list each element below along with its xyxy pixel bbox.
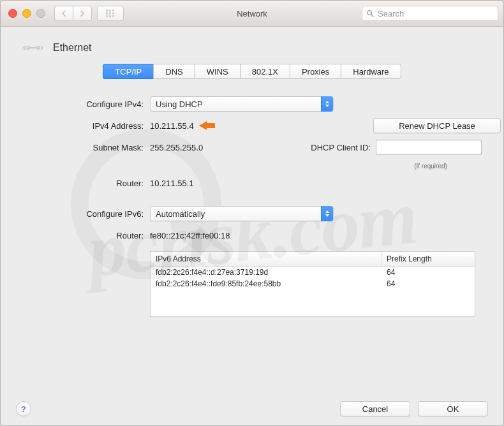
svg-rect-1 (109, 10, 111, 11)
svg-rect-5 (112, 13, 114, 15)
cell-prefix-length: 64 (387, 268, 470, 277)
col-ipv6-address[interactable]: IPv6 Address (151, 252, 382, 266)
ipv4-router-label: Router: (22, 179, 150, 188)
svg-point-9 (367, 11, 372, 15)
ipv6-router-label: Router: (22, 231, 150, 240)
interface-name: Ethernet (53, 42, 91, 54)
network-preferences-window: Network Search pcrisk.com Ethernet TCP/I… (0, 0, 504, 426)
titlebar: Network Search (1, 1, 503, 27)
cell-ipv6-address: fdb2:2c26:f4e4::fde9:85fb:24ee:58bb (156, 279, 387, 288)
if-required-hint: (If required) (380, 163, 482, 170)
table-row[interactable]: fdb2:2c26:f4e4::d:27ea:3719:19d 64 (151, 267, 475, 278)
tab-proxies[interactable]: Proxies (290, 64, 341, 79)
svg-point-11 (27, 47, 29, 49)
search-field[interactable]: Search (362, 6, 498, 21)
svg-rect-6 (106, 15, 108, 17)
svg-rect-2 (112, 10, 114, 11)
chevron-left-icon (61, 10, 66, 17)
svg-line-10 (371, 15, 373, 17)
cell-ipv6-address: fdb2:2c26:f4e4::d:27ea:3719:19d (156, 268, 387, 277)
subnet-mask-label: Subnet Mask: (22, 143, 150, 152)
svg-rect-8 (112, 15, 114, 17)
callout-arrow-icon (199, 120, 217, 131)
configure-ipv6-value: Automatically (156, 209, 205, 219)
show-all-button[interactable] (97, 6, 124, 21)
ipv4-address-value: 10.211.55.4 (150, 121, 194, 131)
configure-ipv6-label: Configure IPv6: (22, 209, 150, 219)
nav-group (54, 6, 92, 21)
minimize-window-button[interactable] (22, 9, 31, 18)
tab-tcpip[interactable]: TCP/IP (103, 64, 153, 79)
tab-wins[interactable]: WINS (195, 64, 240, 79)
table-header: IPv6 Address Prefix Length (151, 252, 475, 267)
col-prefix-length[interactable]: Prefix Length (382, 252, 475, 266)
svg-rect-7 (109, 15, 111, 17)
tcpip-form: Configure IPv4: Using DHCP IPv4 Address:… (22, 93, 482, 317)
svg-rect-0 (106, 10, 108, 11)
search-placeholder: Search (378, 9, 404, 18)
table-row[interactable]: fdb2:2c26:f4e4::fde9:85fb:24ee:58bb 64 (151, 278, 475, 290)
question-icon: ? (21, 404, 26, 414)
panel-body: pcrisk.com Ethernet TCP/IP DNS WINS 802.… (1, 27, 503, 425)
ok-button[interactable]: OK (418, 401, 488, 416)
dhcp-client-id-input[interactable] (376, 140, 482, 155)
updown-icon (321, 96, 333, 112)
cancel-button[interactable]: Cancel (340, 401, 410, 416)
dhcp-client-id-label: DHCP Client ID: (311, 143, 371, 152)
configure-ipv6-select[interactable]: Automatically (150, 206, 334, 221)
svg-point-12 (37, 47, 40, 49)
grid-icon (106, 10, 115, 17)
traffic-lights (8, 9, 45, 18)
tab-8021x[interactable]: 802.1X (240, 64, 290, 79)
ethernet-icon (22, 41, 44, 55)
zoom-window-button[interactable] (36, 9, 45, 18)
chevron-right-icon (80, 10, 85, 17)
cell-prefix-length: 64 (387, 279, 470, 288)
tab-dns[interactable]: DNS (153, 64, 194, 79)
svg-rect-3 (106, 13, 108, 15)
ipv6-address-table: IPv6 Address Prefix Length fdb2:2c26:f4e… (150, 251, 475, 317)
interface-header: Ethernet (22, 41, 488, 55)
dialog-footer: ? Cancel OK (16, 392, 488, 416)
ipv6-router-value: fe80::21c:42ff:fe00:18 (150, 231, 230, 240)
close-window-button[interactable] (8, 9, 17, 18)
updown-icon (321, 206, 333, 221)
tab-hardware[interactable]: Hardware (341, 64, 401, 79)
help-button[interactable]: ? (16, 401, 31, 416)
configure-ipv4-label: Configure IPv4: (22, 99, 150, 109)
subnet-mask-value: 255.255.255.0 (150, 143, 203, 152)
forward-button[interactable] (73, 6, 92, 21)
ipv4-address-label: IPv4 Address: (22, 121, 150, 131)
configure-ipv4-value: Using DHCP (156, 99, 203, 109)
ipv4-router-value: 10.211.55.1 (150, 179, 194, 188)
configure-ipv4-select[interactable]: Using DHCP (150, 96, 334, 112)
tab-bar: TCP/IP DNS WINS 802.1X Proxies Hardware (103, 64, 401, 79)
search-icon (366, 10, 374, 17)
renew-dhcp-lease-button[interactable]: Renew DHCP Lease (373, 118, 501, 133)
back-button[interactable] (54, 6, 73, 21)
svg-rect-4 (109, 13, 111, 15)
